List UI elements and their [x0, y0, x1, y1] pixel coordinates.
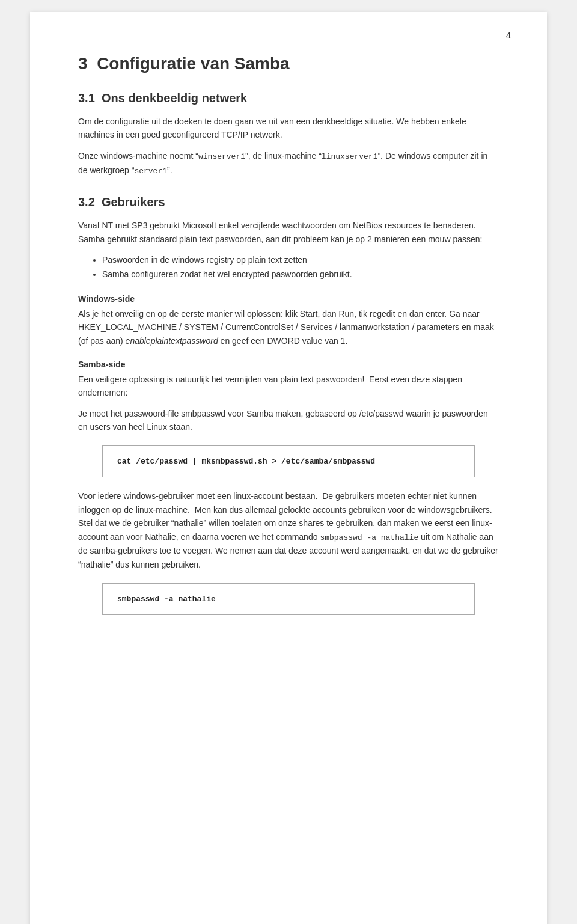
code-block-1: cat /etc/passwd | mksmbpasswd.sh > /etc/… [102, 445, 475, 477]
chapter-title-text: Configuratie van Samba [97, 54, 290, 73]
bullet-1: Paswoorden in de windows registry op pla… [102, 253, 499, 268]
section-3-2-bullets: Paswoorden in de windows registry op pla… [102, 253, 499, 282]
page: 4 3 Configuratie van Samba 3.1 Ons denkb… [30, 12, 547, 924]
chapter-title: 3 Configuratie van Samba [78, 54, 499, 73]
code-winserver1: winserver1 [198, 152, 245, 161]
code-linuxserver1: linuxserver1 [322, 152, 378, 161]
section-3-2-title: 3.2 Gebruikers [78, 195, 499, 209]
code-block-2: smbpasswd -a nathalie [102, 583, 475, 615]
section-3-1-para-1: Om de configuratie uit de doeken te doen… [78, 115, 499, 142]
chapter-number: 3 [78, 54, 88, 73]
samba-side-para-2: Je moet het passwoord-file smbpasswd voo… [78, 407, 499, 434]
page-number: 4 [506, 30, 511, 40]
section-3-2-intro: Vanaf NT met SP3 gebruikt Microsoft enke… [78, 219, 499, 246]
code-server1: server1 [134, 167, 167, 176]
windows-side-para: Als je het onveilig en op de eerste mani… [78, 307, 499, 347]
section-3-1-para-2: Onze windows-machine noemt “winserver1”,… [78, 149, 499, 178]
code-smbpasswd-a-nathalie: smbpasswd -a nathalie [320, 533, 418, 542]
samba-side-label: Samba-side [78, 360, 499, 369]
section-3-1-title: 3.1 Ons denkbeeldig netwerk [78, 91, 499, 105]
samba-side-para-1: Een veiligere oplossing is natuurlijk he… [78, 373, 499, 400]
windows-side-label: Windows-side [78, 294, 499, 304]
bullet-2: Samba configureren zodat het wel encrypt… [102, 268, 499, 282]
samba-side-para-3: Voor iedere windows-gebruiker moet een l… [78, 489, 499, 571]
italic-enableplaintextpassword: enableplaintextpassword [126, 336, 218, 346]
